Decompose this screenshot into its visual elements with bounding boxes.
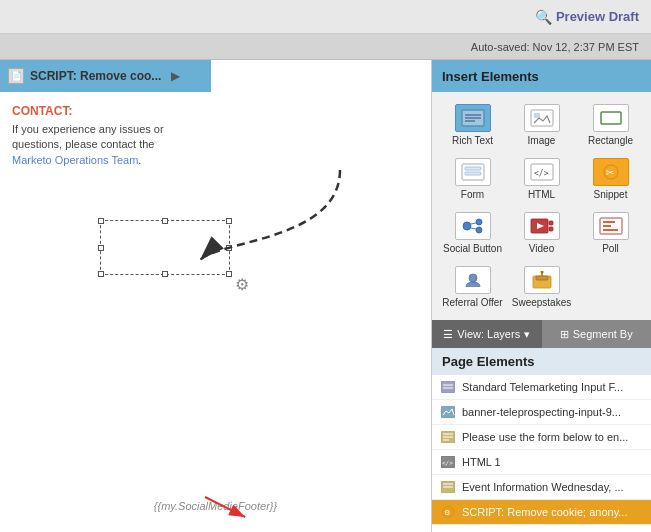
main-layout: 📄 SCRIPT: Remove coo... ▶ CONTACT: If yo… [0,60,651,532]
contact-section: CONTACT: If you experience any issues or… [0,96,200,176]
element-snippet[interactable]: ✂ Snippet [578,154,643,204]
event-information-icon [440,480,456,494]
handle-ml[interactable] [98,245,104,251]
page-elements-list: Standard Telemarketing Input F... banner… [432,375,651,532]
insert-elements-header: Insert Elements [432,60,651,92]
selection-box[interactable]: ⚙ [100,220,230,275]
referral-offer-icon [455,266,491,294]
elements-grid: Rich Text Image Rectangle Form [432,92,651,320]
segment-icon: ⊞ [560,328,569,341]
preview-draft-button[interactable]: 🔍 Preview Draft [535,9,639,25]
element-poll[interactable]: Poll [578,208,643,258]
page-element-event-information[interactable]: Event Information Wednesday, ... [432,475,651,500]
view-dropdown-icon: ▾ [524,328,530,341]
svg-rect-27 [603,221,615,223]
html-1-icon: </> [440,455,456,469]
referral-offer-label: Referral Offer [442,297,502,308]
element-image[interactable]: Image [509,100,574,150]
svg-rect-11 [465,167,481,170]
element-social-button[interactable]: Social Button [440,208,505,258]
handle-mr[interactable] [226,245,232,251]
rectangle-icon [593,104,629,132]
element-rich-text[interactable]: Rich Text [440,100,505,150]
element-referral-offer[interactable]: Referral Offer [440,262,505,312]
rich-text-icon [455,104,491,132]
html-icon: </> [524,158,560,186]
insert-elements-title: Insert Elements [442,69,539,84]
html-1-label: HTML 1 [462,456,643,468]
page-element-script-remove-cookie[interactable]: ⚙ SCRIPT: Remove cookie; anony... [432,500,651,525]
view-icon: ☰ [443,328,453,341]
contact-title: CONTACT: [12,104,188,118]
svg-rect-35 [441,381,455,393]
gear-icon[interactable]: ⚙ [235,275,249,294]
element-html[interactable]: </> HTML [509,154,574,204]
script-tab-icon: 📄 [8,68,24,84]
social-button-label: Social Button [443,243,502,254]
autosaved-bar: Auto-saved: Nov 12, 2:37 PM EST [0,34,651,60]
script-tab-arrow: ▶ [171,69,180,83]
page-element-standard-telemarketing[interactable]: Standard Telemarketing Input F... [432,375,651,400]
sweepstakes-label: Sweepstakes [512,297,571,308]
segment-by-button[interactable]: ⊞ Segment By [542,320,652,348]
svg-line-21 [471,228,476,229]
svg-text:✂: ✂ [606,167,614,178]
svg-rect-29 [603,229,618,231]
view-segment-bar: ☰ View: Layers ▾ ⊞ Segment By [432,320,651,348]
handle-bl[interactable] [98,271,104,277]
image-icon [524,104,560,132]
content-panel: 📄 SCRIPT: Remove coo... ▶ CONTACT: If yo… [0,60,431,532]
svg-rect-32 [536,276,548,280]
script-remove-cookie-icon: ⚙ [440,505,456,519]
svg-point-18 [476,219,482,225]
element-video[interactable]: Video [509,208,574,258]
element-form[interactable]: Form [440,154,505,204]
svg-rect-24 [549,221,553,225]
page-element-html-1[interactable]: </> HTML 1 [432,450,651,475]
svg-rect-25 [549,227,553,231]
banner-teleprospecting-icon [440,405,456,419]
svg-point-34 [540,271,543,274]
svg-text:⚙: ⚙ [444,509,450,516]
social-footer: {{my.SocialMediaFooter}} [154,500,277,512]
svg-rect-9 [601,112,621,124]
right-panel: Insert Elements Rich Text Image Rec [431,60,651,532]
rectangle-label: Rectangle [588,135,633,146]
handle-tl[interactable] [98,218,104,224]
please-use-form-label: Please use the form below to en... [462,431,643,443]
form-label: Form [461,189,484,200]
preview-icon: 🔍 [535,9,552,25]
element-rectangle[interactable]: Rectangle [578,100,643,150]
html-label: HTML [528,189,555,200]
contact-body: If you experience any issues or question… [12,122,188,168]
contact-link[interactable]: Marketo Operations Team [12,154,138,166]
standard-telemarketing-icon [440,380,456,394]
poll-icon [593,212,629,240]
standard-telemarketing-label: Standard Telemarketing Input F... [462,381,643,393]
page-element-please-use-form[interactable]: Please use the form below to en... [432,425,651,450]
page-elements-header: Page Elements [432,348,651,375]
handle-bm[interactable] [162,271,168,277]
svg-point-17 [463,222,471,230]
snippet-label: Snippet [594,189,628,200]
social-button-icon [455,212,491,240]
svg-point-19 [476,227,482,233]
element-sweepstakes[interactable]: Sweepstakes [509,262,574,312]
page-element-banner-teleprospecting[interactable]: banner-teleprospecting-input-9... [432,400,651,425]
svg-point-30 [469,274,477,282]
canvas-area: 📄 SCRIPT: Remove coo... ▶ CONTACT: If yo… [0,60,431,532]
svg-line-20 [471,223,476,224]
view-layers-button[interactable]: ☰ View: Layers ▾ [432,320,542,348]
script-tab-label: SCRIPT: Remove coo... [30,69,161,83]
svg-rect-8 [534,113,540,118]
video-icon [524,212,560,240]
preview-draft-label: Preview Draft [556,9,639,24]
handle-tm[interactable] [162,218,168,224]
segment-by-label: Segment By [573,328,633,340]
poll-label: Poll [602,243,619,254]
sweepstakes-icon [524,266,560,294]
handle-br[interactable] [226,271,232,277]
script-tab[interactable]: 📄 SCRIPT: Remove coo... ▶ [0,60,211,92]
handle-tr[interactable] [226,218,232,224]
svg-text:</>: </> [534,169,549,178]
